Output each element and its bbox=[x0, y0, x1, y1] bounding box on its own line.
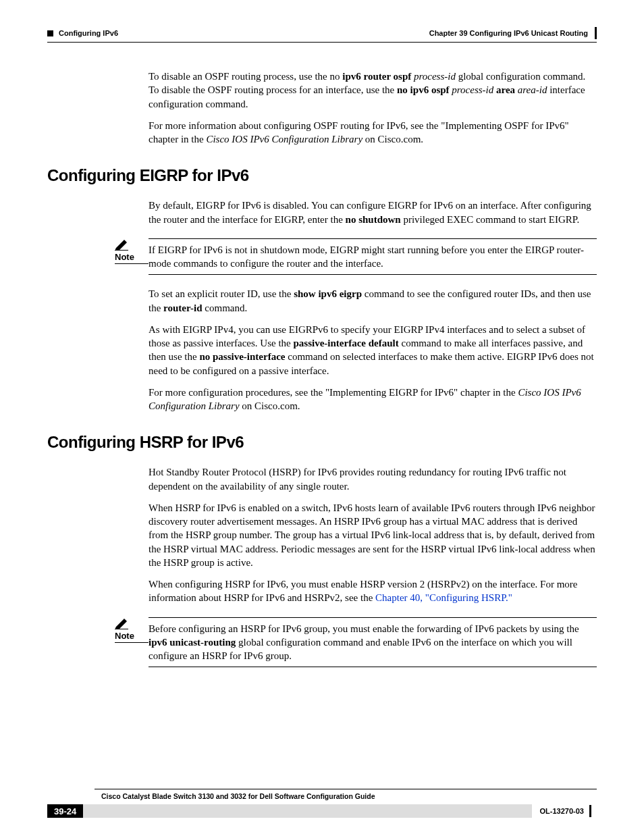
header-bar-icon bbox=[595, 27, 597, 39]
footer-bar-icon bbox=[589, 805, 591, 817]
eigrp-intro-paragraph: By default, EIGRP for IPv6 is disabled. … bbox=[149, 199, 597, 226]
hsrp-detail-paragraph: When HSRP for IPv6 is enabled on a switc… bbox=[149, 501, 597, 569]
heading-eigrp: Configuring EIGRP for IPv6 bbox=[47, 166, 597, 185]
ospf-disable-paragraph: To disable an OSPF routing process, use … bbox=[149, 70, 597, 111]
eigrp-routerid-paragraph: To set an explicit router ID, use the sh… bbox=[149, 287, 597, 315]
note-eigrp: Note If EIGRP for IPv6 is not in shutdow… bbox=[115, 238, 597, 276]
header-square-icon bbox=[47, 30, 53, 36]
hsrp-intro-paragraph: Hot Standby Router Protocol (HSRP) for I… bbox=[149, 465, 597, 493]
note-label: Note bbox=[115, 631, 149, 643]
ospf-moreinfo-paragraph: For more information about configuring O… bbox=[149, 119, 597, 147]
header-chapter: Chapter 39 Configuring IPv6 Unicast Rout… bbox=[429, 29, 588, 37]
footer-page-number: 39-24 bbox=[47, 804, 83, 818]
eigrp-passive-paragraph: As with EIGRP IPv4, you can use EIGRPv6 … bbox=[149, 323, 597, 377]
footer-title: Cisco Catalyst Blade Switch 3130 and 303… bbox=[101, 792, 597, 800]
footer-doc-code: OL-13270-03 bbox=[540, 807, 584, 815]
note-label: Note bbox=[115, 252, 149, 264]
heading-hsrp: Configuring HSRP for IPv6 bbox=[47, 433, 597, 452]
hsrp-version-paragraph: When configuring HSRP for IPv6, you must… bbox=[149, 577, 597, 605]
header-section: Configuring IPv6 bbox=[59, 29, 118, 37]
note-hsrp-text: Before configuring an HSRP for IPv6 grou… bbox=[149, 617, 597, 668]
page-footer: Cisco Catalyst Blade Switch 3130 and 303… bbox=[47, 789, 597, 818]
note-eigrp-text: If EIGRP for IPv6 is not in shutdown mod… bbox=[149, 238, 597, 276]
header-rule bbox=[47, 42, 597, 43]
page-header: Configuring IPv6 Chapter 39 Configuring … bbox=[47, 27, 597, 39]
link-chapter40[interactable]: Chapter 40, "Configuring HSRP." bbox=[375, 592, 512, 603]
footer-gray-bar bbox=[83, 804, 531, 818]
pencil-icon bbox=[115, 617, 131, 629]
note-hsrp: Note Before configuring an HSRP for IPv6… bbox=[115, 617, 597, 668]
pencil-icon bbox=[115, 238, 131, 251]
eigrp-moreinfo-paragraph: For more configuration procedures, see t… bbox=[149, 386, 597, 413]
